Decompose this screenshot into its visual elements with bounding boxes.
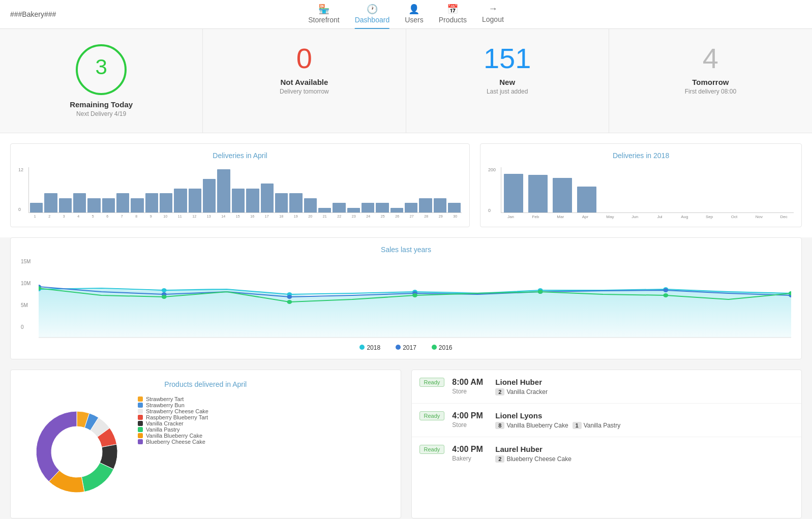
year-deliveries-chart: Deliveries in 2018 200 0 JanFebMarAprMay… [480, 143, 802, 227]
bar-april-11 [189, 189, 201, 212]
donut-label-5: Vanilla Pastry [138, 426, 390, 433]
brand-name: ###Bakery### [10, 10, 56, 18]
bar-april-15 [246, 189, 259, 212]
bar-label-23: 24 [362, 215, 375, 218]
order-location-0: Store [452, 388, 488, 395]
bar-label-26: 27 [405, 215, 418, 218]
order-item-1: Ready 4:00 PM Store Lionel Lyons 8 Vanil… [412, 404, 802, 437]
bar-year-1 [528, 175, 548, 212]
donut-labels-container: Strawberry TartStrawberry BunStrawberry … [138, 396, 390, 508]
nav-products[interactable]: 📅 Products [439, 0, 467, 29]
bar-year-3 [577, 187, 596, 212]
donut-label-text-1: Strawberry Bun [146, 402, 185, 408]
month-label-10: Nov [749, 215, 769, 219]
dot-2016-6 [663, 293, 668, 297]
stat-card-3: 4TomorrowFirst delivery 08:00 [609, 29, 812, 133]
dot-2016-5 [538, 290, 543, 294]
order-item-0: Ready 8:00 AM Store Lionel Huber 2 Vanil… [412, 370, 802, 404]
stat-sub-2: Last just added [487, 88, 528, 95]
legend-dot-0 [359, 345, 365, 350]
bar-label-1: 2 [43, 215, 56, 218]
logout-icon: → [488, 4, 497, 14]
donut-label-text-7: Blueberry Cheese Cake [146, 439, 205, 445]
item-qty-2-0: 2 [495, 455, 504, 463]
order-items-row-0: 2 Vanilla Cracker [495, 388, 548, 395]
dot-2016-4 [412, 293, 417, 297]
bar-april-1 [44, 193, 57, 212]
storefront-icon: 🏪 [318, 4, 329, 15]
sales-line-chart-section: Sales last years 15M 10M 5M 0 [10, 237, 802, 359]
stat-number-2: 151 [484, 44, 531, 73]
legend-item-2: 2016 [432, 344, 453, 351]
order-time-0: 8:00 AM [452, 378, 488, 387]
donut-color-swatch-2 [138, 409, 143, 414]
order-product-2-0: 2 Blueberry Cheese Cake [495, 455, 572, 463]
bar-april-13 [217, 169, 230, 212]
stat-label-0: Remaining Today [70, 100, 133, 109]
donut-label-text-5: Vanilla Pastry [146, 426, 179, 433]
bar-label-3: 4 [72, 215, 85, 218]
donut-label-text-4: Vanilla Cracker [146, 420, 184, 426]
order-location-1: Store [452, 421, 488, 429]
y-0m: 0 [21, 324, 31, 330]
stat-number-3: 4 [703, 44, 718, 73]
donut-title: Products delivered in April [21, 380, 390, 388]
stat-label-3: Tomorrow [692, 78, 729, 86]
bar-april-3 [73, 193, 86, 212]
order-item-2: Ready 4:00 PM Bakery Laurel Huber 2 Blue… [412, 437, 802, 470]
bar-april-22 [347, 208, 360, 212]
users-icon: 👤 [408, 4, 419, 15]
charts-top-row: Deliveries in April 12 0 123456789101112… [0, 133, 812, 237]
order-time-block-0: 8:00 AM Store [452, 378, 488, 395]
bar-year-0 [504, 174, 523, 213]
item-name-2-0: Blueberry Cheese Cake [506, 455, 571, 463]
stats-row: 3Remaining TodayNext Delivery 4/190Not A… [0, 29, 812, 133]
y-label-0: 0 [18, 207, 21, 212]
bottom-row: Products delivered in April Strawberry T… [10, 370, 802, 518]
order-items-row-2: 2 Blueberry Cheese Cake [495, 455, 572, 463]
products-icon: 📅 [447, 4, 458, 15]
nav-logout[interactable]: → Logout [482, 0, 504, 29]
nav-dashboard[interactable]: 🕐 Dashboard [355, 0, 390, 29]
order-details-1: Lionel Lyons 8 Vanilla Blueberry Cake 1 … [495, 411, 620, 429]
bar-label-10: 11 [173, 215, 187, 218]
bar-april-7 [131, 198, 143, 212]
nav-users-label: Users [405, 16, 424, 24]
donut-label-4: Vanilla Cracker [138, 420, 390, 426]
order-name-0: Lionel Huber [495, 378, 548, 386]
bar-april-0 [30, 203, 43, 212]
bar-april-24 [376, 203, 388, 212]
donut-color-swatch-5 [138, 427, 143, 432]
donut-color-swatch-4 [138, 421, 143, 426]
stat-sub-1: Delivery tomorrow [280, 88, 329, 95]
nav-dashboard-label: Dashboard [355, 16, 390, 24]
bar-label-9: 10 [159, 215, 172, 218]
month-labels: JanFebMarAprMayJunJulAugSepOctNovDec [501, 215, 794, 219]
bar-april-19 [304, 198, 317, 212]
april-deliveries-chart: Deliveries in April 12 0 123456789101112… [10, 143, 470, 227]
bar-april-23 [362, 203, 374, 212]
legend-item-1: 2017 [396, 344, 416, 351]
month-label-9: Oct [725, 215, 744, 219]
donut-color-swatch-7 [138, 439, 143, 444]
bar-label-8: 9 [144, 215, 158, 218]
order-product-1-1: 1 Vanilla Pastry [573, 422, 621, 429]
bar-label-25: 26 [391, 215, 404, 218]
dot-2018-2 [162, 288, 167, 292]
donut-label-7: Blueberry Cheese Cake [138, 439, 390, 445]
item-qty-1-1: 1 [573, 422, 582, 429]
nav-users[interactable]: 👤 Users [405, 0, 424, 29]
legend-label-0: 2018 [367, 344, 380, 351]
bar-label-2: 3 [57, 215, 71, 218]
order-time-1: 4:00 PM [452, 411, 488, 420]
order-items-row-1: 8 Vanilla Blueberry Cake 1 Vanilla Pastr… [495, 422, 620, 429]
bar-april-2 [59, 198, 72, 212]
item-name-0-0: Vanilla Cracker [506, 388, 547, 395]
nav-storefront[interactable]: 🏪 Storefront [308, 0, 339, 29]
order-product-1-0: 8 Vanilla Blueberry Cake [495, 422, 568, 429]
order-details-2: Laurel Huber 2 Blueberry Cheese Cake [495, 445, 572, 463]
stat-number-1: 0 [296, 44, 312, 73]
bar-label-27: 28 [420, 215, 433, 218]
item-name-1-1: Vanilla Pastry [584, 422, 620, 429]
order-status-1: Ready [419, 411, 445, 420]
